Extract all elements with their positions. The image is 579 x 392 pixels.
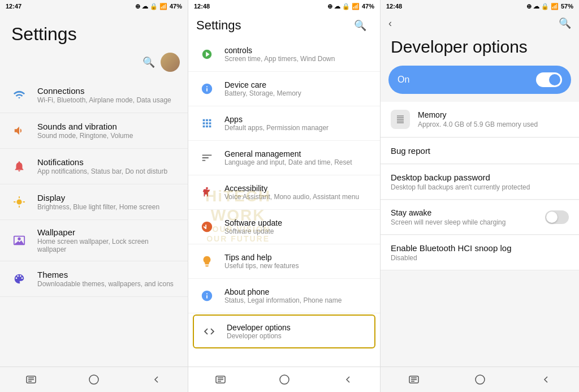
panel3-item-bugreport[interactable]: Bug report (381, 138, 579, 164)
general-title: General management (224, 149, 352, 158)
display-icon (9, 192, 29, 212)
about-icon (197, 286, 217, 305)
panel-settings-main: 12:47 ⊕ ☁ 🔒 📶 47% Settings 🔍 Connections… (0, 0, 188, 392)
nav-back-2[interactable] (340, 372, 356, 387)
panel2-item-general[interactable]: General management Language and input, D… (188, 141, 380, 175)
software-icon (197, 217, 217, 236)
nav-recent-2[interactable] (213, 372, 228, 387)
developer-subtitle: Developer options (227, 332, 291, 340)
general-icon (197, 148, 217, 167)
status-battery-3: 57% (561, 3, 573, 10)
software-text: Software update Software update (224, 218, 282, 235)
nav-home-1[interactable] (86, 372, 102, 387)
panel2-header: Settings 🔍 (188, 12, 380, 37)
nav-back-1[interactable] (149, 372, 165, 387)
settings-item-wallpaper[interactable]: Wallpaper Home screen wallpaper, Lock sc… (0, 220, 188, 261)
accessibility-title: Accessibility (224, 184, 359, 193)
stayawake-toggle[interactable] (545, 210, 569, 224)
panel2-item-about[interactable]: About phone Status, Legal information, P… (188, 279, 380, 313)
devicecare-title: Device care (224, 80, 301, 89)
apps-icon (197, 114, 217, 133)
wallpaper-title: Wallpaper (37, 227, 179, 237)
panel2-item-developer[interactable]: Developer options Developer options (193, 315, 375, 348)
desktop-backup-subtitle: Desktop full backups aren't currently pr… (391, 183, 569, 191)
display-subtitle: Brightness, Blue light filter, Home scre… (37, 203, 159, 211)
back-icon[interactable]: ‹ (388, 18, 392, 29)
status-time-1: 12:47 (6, 3, 21, 10)
controls-title: controls (224, 46, 335, 55)
sounds-text: Sounds and vibration Sound mode, Rington… (37, 122, 133, 140)
panel3-list: Memory Approx. 4.0 GB of 5.9 GB memory u… (381, 100, 579, 367)
bluetooth-hci-subtitle: Disabled (391, 254, 569, 262)
settings-item-themes[interactable]: Themes Downloadable themes, wallpapers, … (0, 261, 188, 297)
panel2-item-apps[interactable]: Apps Default apps, Permission manager (188, 106, 380, 141)
search-row: 🔍 (0, 50, 188, 77)
panel3-item-memory[interactable]: Memory Approx. 4.0 GB of 5.9 GB memory u… (381, 102, 579, 137)
memory-icon (391, 110, 410, 129)
panel2-item-accessibility[interactable]: Accessibility Voice Assistant, Mono audi… (188, 175, 380, 210)
general-text: General management Language and input, D… (224, 149, 352, 166)
memory-text: Memory Approx. 4.0 GB of 5.9 GB memory u… (418, 110, 538, 128)
display-title: Display (37, 193, 159, 203)
apps-title: Apps (224, 115, 329, 124)
nav-bar-1 (0, 367, 188, 392)
controls-icon (197, 45, 217, 64)
panel3-title: Developer options (381, 32, 579, 66)
settings-item-connections[interactable]: Connections Wi-Fi, Bluetooth, Airplane m… (0, 77, 188, 113)
wallpaper-subtitle: Home screen wallpaper, Lock screen wallp… (37, 238, 179, 253)
tips-subtitle: Useful tips, new features (224, 262, 299, 270)
avatar[interactable] (161, 53, 180, 72)
panel3-item-stayawake[interactable]: Stay awake Screen will never sleep while… (381, 200, 579, 235)
panel2-item-software[interactable]: Software update Software update (188, 210, 380, 244)
status-bar-2: 12:48 ⊕ ☁ 🔒 📶 47% (188, 0, 380, 12)
svg-point-6 (206, 187, 208, 189)
stayawake-title: Stay awake (391, 208, 505, 217)
sounds-icon (9, 120, 29, 141)
nav-home-2[interactable] (276, 372, 292, 387)
panel2-item-controls[interactable]: controls Screen time, App timers, Wind D… (188, 37, 380, 72)
tips-text: Tips and help Useful tips, new features (224, 253, 299, 270)
nav-home-3[interactable] (472, 372, 488, 387)
status-bar-1: 12:47 ⊕ ☁ 🔒 📶 47% (0, 0, 188, 12)
panel3-item-desktop-backup[interactable]: Desktop backup password Desktop full bac… (381, 165, 579, 200)
stayawake-text: Stay awake Screen will never sleep while… (391, 208, 505, 226)
nav-recent-1[interactable] (23, 372, 39, 387)
settings-item-sounds[interactable]: Sounds and vibration Sound mode, Rington… (0, 113, 188, 149)
svg-point-11 (280, 375, 289, 384)
display-text: Display Brightness, Blue light filter, H… (37, 193, 159, 211)
panel2-item-tips[interactable]: Tips and help Useful tips, new features (188, 244, 380, 279)
bluetooth-hci-title: Enable Bluetooth HCI snoop log (391, 243, 569, 253)
status-battery-1: 47% (170, 3, 182, 10)
settings-item-notifications[interactable]: Notifications App notifications, Status … (0, 149, 188, 184)
accessibility-text: Accessibility Voice Assistant, Mono audi… (224, 184, 359, 201)
toggle-label: On (397, 75, 409, 85)
status-battery-2: 47% (362, 3, 374, 10)
panel3-search-icon[interactable]: 🔍 (559, 17, 571, 29)
panel2-item-devicecare[interactable]: Device care Battery, Storage, Memory (188, 72, 380, 106)
connections-title: Connections (37, 86, 171, 96)
settings-item-display[interactable]: Display Brightness, Blue light filter, H… (0, 184, 188, 220)
about-title: About phone (224, 287, 342, 296)
stayawake-subtitle: Screen will never sleep while charging (391, 218, 505, 226)
tips-icon (197, 252, 217, 271)
connections-text: Connections Wi-Fi, Bluetooth, Airplane m… (37, 86, 171, 104)
svg-point-4 (89, 375, 98, 384)
memory-title: Memory (418, 110, 538, 119)
panel3-item-bluetooth-hci[interactable]: Enable Bluetooth HCI snoop log Disabled (381, 235, 579, 270)
settings-list: Connections Wi-Fi, Bluetooth, Airplane m… (0, 77, 188, 367)
search-icon[interactable]: 🔍 (142, 56, 155, 68)
accessibility-subtitle: Voice Assistant, Mono audio, Assistant m… (224, 193, 359, 201)
nav-back-3[interactable] (538, 372, 554, 387)
status-icons-3: ⊕ ☁ 🔒 📶 (526, 3, 559, 10)
about-text: About phone Status, Legal information, P… (224, 287, 342, 304)
themes-text: Themes Downloadable themes, wallpapers, … (37, 270, 174, 288)
memory-subtitle: Approx. 4.0 GB of 5.9 GB memory used (418, 120, 538, 128)
status-icons-2: ⊕ ☁ 🔒 📶 (327, 3, 360, 10)
sounds-title: Sounds and vibration (37, 122, 133, 131)
panel2-search-icon[interactable]: 🔍 (354, 19, 366, 32)
notifications-text: Notifications App notifications, Status … (37, 157, 167, 175)
nav-recent-3[interactable] (406, 372, 422, 387)
themes-icon (9, 269, 29, 289)
stayawake-row: Stay awake Screen will never sleep while… (391, 208, 569, 226)
developer-toggle[interactable] (536, 72, 562, 87)
